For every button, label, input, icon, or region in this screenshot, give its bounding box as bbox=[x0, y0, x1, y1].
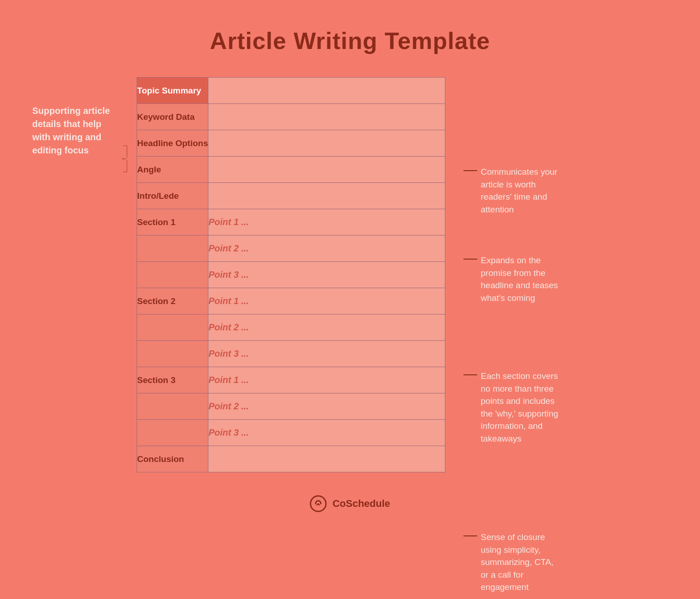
brand-name: CoSchedule bbox=[332, 498, 390, 510]
content-cell bbox=[208, 157, 445, 183]
content-cell bbox=[208, 130, 445, 157]
content-cell: Point 2 ... bbox=[208, 314, 445, 341]
right-annotation-block-conclusion: Sense of closure using simplicity, summa… bbox=[463, 531, 563, 594]
label-cell bbox=[137, 420, 208, 446]
content-cell: Point 1 ... bbox=[208, 288, 445, 314]
content-cell bbox=[208, 183, 445, 209]
table-row: Point 2 ... bbox=[137, 393, 445, 420]
label-cell: Conclusion bbox=[137, 446, 208, 472]
main-content: Supporting article details that help wit… bbox=[32, 77, 668, 472]
label-cell bbox=[137, 236, 208, 262]
content-cell: Point 2 ... bbox=[208, 236, 445, 262]
left-annotation: Supporting article details that help wit… bbox=[32, 77, 128, 209]
table-row: Keyword Data bbox=[137, 104, 445, 130]
label-cell: Section 1 bbox=[137, 209, 208, 236]
label-cell: Keyword Data bbox=[137, 104, 208, 130]
table-row: Point 2 ... bbox=[137, 236, 445, 262]
right-annotation-block-intro: Expands on the promise from the headline… bbox=[463, 254, 563, 304]
label-cell: Intro/Lede bbox=[137, 183, 208, 209]
annotation-line-icon bbox=[463, 374, 477, 375]
content-cell: Point 3 ... bbox=[208, 262, 445, 288]
template-table: Topic Summary Keyword Data Headline Opti… bbox=[137, 77, 445, 472]
content-cell bbox=[208, 446, 445, 472]
right-annotation: Communicates your article is worth reade… bbox=[454, 77, 563, 82]
right-annotation-block-sections: Each section covers no more than three p… bbox=[463, 370, 563, 445]
table-row: Point 3 ... bbox=[137, 420, 445, 446]
content-cell: Point 1 ... bbox=[208, 209, 445, 236]
content-cell: Point 1 ... bbox=[208, 367, 445, 393]
table-row: Point 3 ... bbox=[137, 341, 445, 367]
content-cell bbox=[208, 104, 445, 130]
content-cell: Point 3 ... bbox=[208, 341, 445, 367]
table-wrapper: Topic Summary Keyword Data Headline Opti… bbox=[137, 77, 445, 472]
annotation-line-icon bbox=[463, 170, 477, 171]
label-cell: Section 2 bbox=[137, 288, 208, 314]
table-row: Section 3Point 1 ... bbox=[137, 367, 445, 393]
table-row: Angle bbox=[137, 157, 445, 183]
label-cell bbox=[137, 314, 208, 341]
table-row: Intro/Lede bbox=[137, 183, 445, 209]
left-annotation-text: Supporting article details that help wit… bbox=[32, 104, 113, 157]
annotation-line-icon bbox=[463, 535, 477, 536]
table-row: Headline Options bbox=[137, 130, 445, 157]
footer: CoSchedule bbox=[310, 495, 390, 512]
table-row: Point 2 ... bbox=[137, 314, 445, 341]
label-cell: Section 3 bbox=[137, 367, 208, 393]
label-cell bbox=[137, 262, 208, 288]
right-annotation-text-intro: Expands on the promise from the headline… bbox=[481, 254, 563, 304]
table-row: Section 2Point 1 ... bbox=[137, 288, 445, 314]
content-cell: Point 3 ... bbox=[208, 420, 445, 446]
table-row: Topic Summary bbox=[137, 78, 445, 104]
table-row: Conclusion bbox=[137, 446, 445, 472]
right-annotation-block-headline: Communicates your article is worth reade… bbox=[463, 166, 563, 216]
label-cell: Angle bbox=[137, 157, 208, 183]
right-annotation-text-conclusion: Sense of closure using simplicity, summa… bbox=[481, 531, 563, 594]
page-title: Article Writing Template bbox=[210, 27, 490, 54]
label-cell bbox=[137, 393, 208, 420]
content-cell: Point 2 ... bbox=[208, 393, 445, 420]
annotation-line-icon bbox=[463, 259, 477, 260]
label-cell: Headline Options bbox=[137, 130, 208, 157]
table-row: Section 1Point 1 ... bbox=[137, 209, 445, 236]
table-row: Point 3 ... bbox=[137, 262, 445, 288]
right-annotation-text-sections: Each section covers no more than three p… bbox=[481, 370, 563, 445]
coschedule-logo-icon bbox=[310, 495, 327, 512]
label-cell bbox=[137, 341, 208, 367]
right-annotation-text-headline: Communicates your article is worth reade… bbox=[481, 166, 563, 216]
label-cell: Topic Summary bbox=[137, 78, 208, 104]
left-bracket-icon bbox=[122, 109, 128, 209]
content-cell bbox=[208, 78, 445, 104]
